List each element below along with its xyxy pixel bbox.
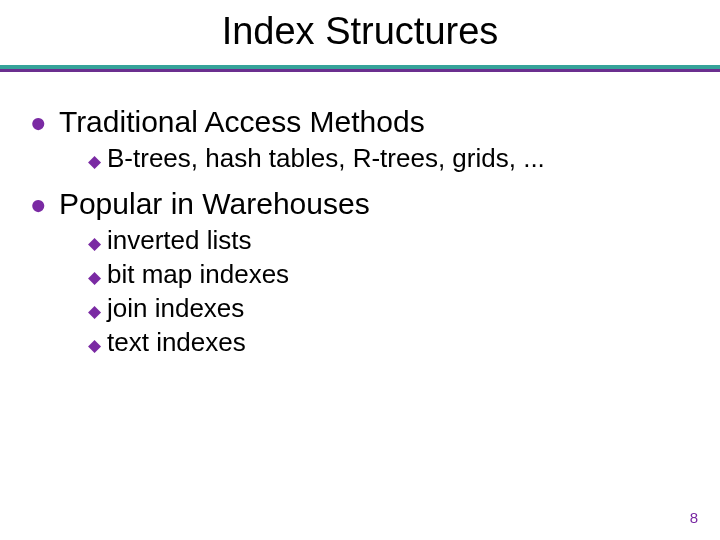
slide-body: ● Traditional Access Methods ◆ B-trees, … <box>0 71 720 359</box>
title-divider <box>0 65 720 71</box>
bullet-level1: ● Popular in Warehouses <box>30 187 690 221</box>
diamond-bullet-icon: ◆ <box>88 299 101 325</box>
bullet-level2: ◆ bit map indexes <box>88 259 690 291</box>
section-heading: Traditional Access Methods <box>59 105 425 139</box>
sub-item-text: text indexes <box>107 327 246 358</box>
sub-item-text: join indexes <box>107 293 244 324</box>
slide-title: Index Structures <box>0 0 720 65</box>
sub-item-text: inverted lists <box>107 225 252 256</box>
bullet-level1: ● Traditional Access Methods <box>30 105 690 139</box>
sub-item-text: B-trees, hash tables, R-trees, grids, ..… <box>107 143 545 174</box>
sub-item-text: bit map indexes <box>107 259 289 290</box>
diamond-bullet-icon: ◆ <box>88 265 101 291</box>
bullet-level2: ◆ B-trees, hash tables, R-trees, grids, … <box>88 143 690 175</box>
sub-list: ◆ B-trees, hash tables, R-trees, grids, … <box>88 143 690 175</box>
page-number: 8 <box>690 509 698 526</box>
circle-bullet-icon: ● <box>30 108 47 138</box>
diamond-bullet-icon: ◆ <box>88 149 101 175</box>
diamond-bullet-icon: ◆ <box>88 333 101 359</box>
sub-list: ◆ inverted lists ◆ bit map indexes ◆ joi… <box>88 225 690 359</box>
bullet-level2: ◆ text indexes <box>88 327 690 359</box>
bullet-level2: ◆ inverted lists <box>88 225 690 257</box>
diamond-bullet-icon: ◆ <box>88 231 101 257</box>
bullet-level2: ◆ join indexes <box>88 293 690 325</box>
circle-bullet-icon: ● <box>30 190 47 220</box>
section-heading: Popular in Warehouses <box>59 187 370 221</box>
